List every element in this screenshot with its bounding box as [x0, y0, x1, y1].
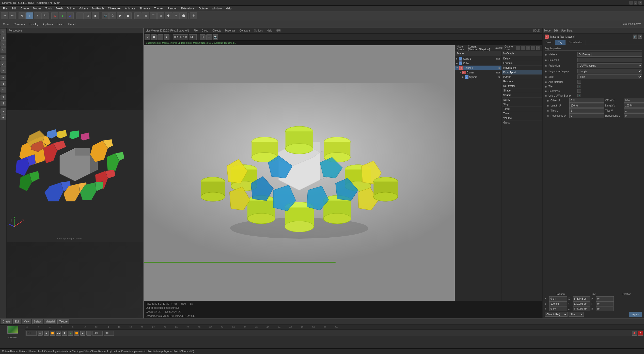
scale-tool[interactable]: ⤡ — [1, 41, 6, 47]
edit-label[interactable]: Edit — [554, 29, 558, 32]
effector-random[interactable]: Random — [502, 79, 542, 84]
effector-push-apart[interactable]: Push Apart — [502, 70, 542, 75]
spline-btn[interactable]: ⌒ — [150, 12, 157, 19]
menu-spline[interactable]: Spline — [65, 6, 77, 10]
smooth-tool[interactable]: ≈ — [1, 67, 6, 73]
tree-item-cloner[interactable]: ▼ C Cloner ▣▣ — [458, 70, 501, 75]
prop-offset-v-input[interactable] — [624, 98, 644, 103]
render-view-btn[interactable]: ⏹ — [124, 12, 132, 19]
lv-menu-cloud[interactable]: Cloud — [200, 29, 210, 32]
maximize-button[interactable]: □ — [634, 1, 637, 5]
lv-refresh-btn[interactable]: ⟳ — [145, 34, 150, 40]
prop-tile-checkbox[interactable] — [577, 85, 581, 88]
close-button[interactable]: × — [638, 1, 642, 5]
menu-character[interactable]: Character — [106, 6, 123, 10]
rotate-button[interactable]: ↻ — [41, 12, 49, 19]
prop-tiles-v-input[interactable] — [624, 108, 644, 113]
play-btn[interactable]: ▶ — [68, 331, 73, 336]
prop-seamless-checkbox[interactable] — [577, 89, 581, 93]
effector-delay[interactable]: Delay — [502, 56, 542, 61]
live-select-button[interactable]: ⊕ — [19, 12, 26, 19]
tl-menu-select[interactable]: Select — [32, 319, 43, 324]
prop-side-select[interactable]: Both Front Back — [577, 74, 642, 79]
redo-button[interactable]: ↪ — [9, 12, 16, 19]
tab-basic[interactable]: Basic — [543, 40, 555, 45]
extrude-tool[interactable]: ⬆ — [1, 81, 6, 86]
next-frame-btn[interactable]: ▶ — [80, 331, 85, 336]
menu-tools[interactable]: Tools — [43, 6, 54, 10]
light-btn[interactable]: ☀ — [172, 12, 180, 19]
tl-menu-create[interactable]: Create — [1, 319, 12, 324]
axis-x-button[interactable]: X — [51, 12, 58, 19]
render-btn[interactable]: ▶ — [117, 12, 124, 19]
next-key-btn[interactable]: ⏩ — [74, 331, 79, 336]
paint-tool[interactable]: ◉ — [1, 114, 6, 120]
prev-frame-btn[interactable]: ◀ — [44, 331, 49, 336]
lv-dl-select[interactable]: DL — [189, 34, 197, 40]
brush-tool[interactable]: 🖌 — [1, 61, 6, 67]
move-button[interactable]: ↕ — [26, 12, 33, 19]
effector-step[interactable]: Step — [502, 102, 542, 107]
lv-cam-btn[interactable]: 📷 — [213, 34, 218, 40]
prop-tiles-u-input[interactable] — [569, 108, 604, 113]
mode-label[interactable]: Mode — [544, 29, 551, 32]
tl-menu-edit[interactable]: Edit — [13, 319, 21, 324]
effector-inheritance[interactable]: Inheritance — [502, 66, 542, 70]
menu-octane[interactable]: Octane — [197, 6, 210, 10]
select-tool[interactable]: ↖ — [1, 29, 6, 35]
object-type-select[interactable]: Object (Rel) World — [545, 312, 568, 317]
axis-z-button[interactable]: Z — [67, 12, 74, 19]
polys-button[interactable]: ◼ — [92, 12, 99, 19]
lv-region-btn[interactable]: ⬡ — [206, 34, 212, 40]
object-btn[interactable]: ◈ — [134, 12, 142, 19]
size-x-input[interactable] — [573, 296, 590, 301]
prop-selection-input[interactable] — [577, 58, 642, 62]
minimize-button[interactable]: ─ — [629, 1, 633, 5]
menu-file[interactable]: File — [1, 6, 10, 10]
effector-sound[interactable]: Sound — [502, 93, 542, 98]
menu-help[interactable]: Help — [224, 6, 233, 10]
tab-coordinates[interactable]: Coordinates — [566, 40, 586, 45]
effector-shader[interactable]: Shader — [502, 88, 542, 93]
lv-menu-gui[interactable]: GUI — [275, 29, 282, 32]
go-start-btn[interactable]: ⏮ — [38, 331, 43, 336]
prop-projection-select[interactable]: UVW Mapping Spherical Cylindrical Cubic — [577, 63, 642, 68]
end-frame-input[interactable] — [104, 331, 114, 336]
options-menu[interactable]: Options — [41, 22, 55, 26]
scale-button[interactable]: ⤢ — [34, 12, 41, 19]
pos-x-input[interactable] — [549, 296, 567, 301]
menu-animate[interactable]: Animate — [123, 6, 137, 10]
prop-proj-disp-select[interactable]: Simple Detailed — [577, 69, 642, 73]
panel-menu[interactable]: Panel — [66, 22, 77, 26]
lv-menu-objects[interactable]: Objects — [211, 29, 223, 32]
sculpt-tool[interactable]: ▲ — [1, 108, 6, 114]
size-type-select[interactable]: Size Scale — [569, 312, 584, 317]
menu-tracker[interactable]: Tracker — [152, 6, 166, 10]
node-minimize-btn[interactable]: — — [531, 46, 535, 50]
lv-grid-btn[interactable]: ⊞ — [200, 34, 206, 40]
left-viewport-canvas[interactable]: X Y Z Grid Spacing: 500 cm — [7, 34, 143, 318]
pos-z-input[interactable] — [549, 306, 567, 311]
lv-stop-btn[interactable]: ⏹ — [151, 34, 157, 40]
magnet-tool[interactable]: ⚲ — [1, 87, 6, 93]
tag-link-btn[interactable]: 🔗 — [633, 35, 637, 39]
tree-item-cube[interactable]: ▶ ⬡ Cube — [455, 61, 501, 66]
node-fwd-btn[interactable]: → — [521, 46, 525, 50]
null-btn[interactable]: ⊞ — [142, 12, 149, 19]
knife-tool[interactable]: ✂ — [1, 75, 6, 80]
menu-window[interactable]: Window — [210, 6, 224, 10]
points-button[interactable]: · — [76, 12, 84, 19]
mograph-btn[interactable]: ⬢ — [165, 12, 172, 19]
prop-material-input[interactable] — [577, 52, 642, 57]
effector-spline[interactable]: Spline — [502, 98, 542, 102]
rotate-tool[interactable]: ↻ — [1, 47, 6, 53]
effector-python[interactable]: Python — [502, 75, 542, 79]
start-frame-input[interactable] — [26, 331, 37, 336]
display-menu[interactable]: Display — [27, 22, 41, 26]
effector-time[interactable]: Time — [502, 111, 542, 116]
material-thumb-octglos[interactable] — [7, 326, 18, 334]
lv-menu-materials[interactable]: Materials — [224, 29, 237, 32]
apply-button[interactable]: Apply — [629, 312, 642, 317]
prop-length-u-input[interactable] — [569, 103, 604, 108]
filter-menu[interactable]: Filter — [55, 22, 66, 26]
